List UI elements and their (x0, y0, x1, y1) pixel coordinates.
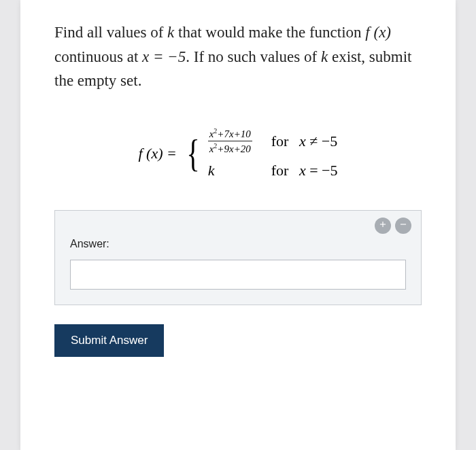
minus-icon (398, 220, 408, 232)
answer-input[interactable] (70, 260, 406, 290)
q-var-k: k (167, 24, 174, 41)
fraction-denominator: x2+9x+20 (208, 142, 252, 155)
fraction-numerator: x2+7x+10 (208, 127, 252, 140)
q-fn: f (x) (365, 24, 391, 41)
fn-lhs: f (x) = (138, 145, 176, 162)
submit-answer-button[interactable]: Submit Answer (54, 324, 164, 357)
answer-label: Answer: (70, 238, 406, 250)
q-text: that would make the function (174, 24, 365, 41)
condition-2: for x = −5 (271, 162, 338, 179)
answer-box: Answer: (54, 210, 422, 305)
condition-1: for x ≠ −5 (271, 133, 338, 150)
fraction-bar (208, 141, 252, 141)
piecewise-wrap: { x2+7x+10 x2+9x+20 for x ≠ −5 k for x =… (184, 127, 338, 180)
cond-for: for (271, 162, 289, 179)
add-answer-button[interactable] (375, 218, 391, 234)
problem-card: Find all values of k that would make the… (20, 0, 456, 450)
question-text: Find all values of k that would make the… (54, 20, 422, 93)
answer-controls (375, 218, 411, 234)
left-brace-icon: { (186, 136, 199, 171)
q-var-k2: k (321, 48, 328, 65)
piece-1-fraction: x2+7x+10 x2+9x+20 (208, 127, 252, 156)
function-definition: f (x) = { x2+7x+10 x2+9x+20 for x ≠ −5 k… (54, 127, 422, 180)
q-eq: x = −5 (142, 48, 186, 65)
remove-answer-button[interactable] (395, 218, 411, 234)
plus-icon (378, 220, 388, 232)
q-text: continuous at (54, 48, 142, 65)
q-text: . If no such values of (186, 48, 321, 65)
q-text: Find all values of (54, 24, 167, 41)
piece-2-k: k (208, 162, 215, 179)
cond-for: for (271, 133, 289, 150)
piece-2: k (208, 162, 252, 179)
pieces-grid: x2+7x+10 x2+9x+20 for x ≠ −5 k for x = −… (208, 127, 338, 180)
